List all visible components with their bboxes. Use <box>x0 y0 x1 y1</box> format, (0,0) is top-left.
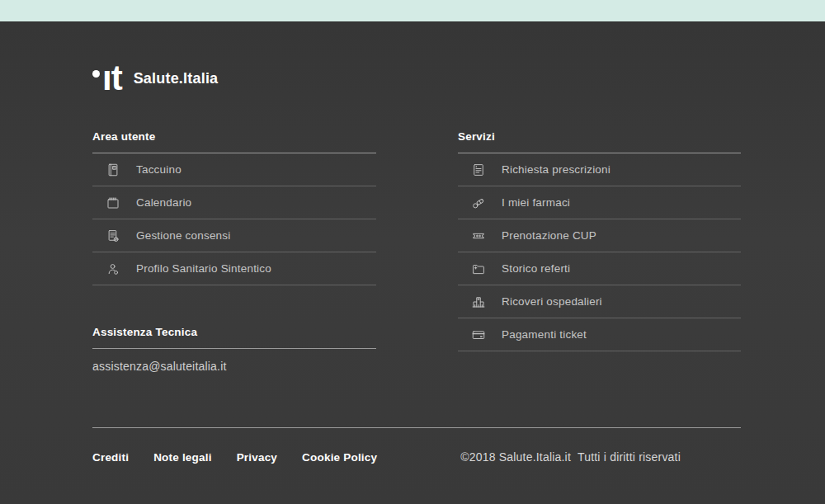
footer-link-label: Calendario <box>136 196 191 209</box>
footer-link-label: Prenotazione CUP <box>502 229 596 242</box>
notebook-icon <box>106 163 120 177</box>
footer-link-label: Storico referti <box>502 262 570 275</box>
copyright-text: ©2018 Salute.Italia.it Tutti i diritti r… <box>460 450 681 464</box>
prescription-document-icon <box>471 163 486 177</box>
legal-links: Crediti Note legali Privacy Cookie Polic… <box>92 451 377 464</box>
area-utente-heading: Area utente <box>92 130 376 143</box>
footer-link-label: Pagamenti ticket <box>502 328 587 341</box>
footer-columns: Area utente Taccuino <box>92 130 741 373</box>
ticket-icon <box>471 228 486 243</box>
logo-it-glyphs: ıt <box>102 64 122 92</box>
hospital-icon <box>471 294 486 309</box>
calendar-icon <box>106 195 120 210</box>
footer-link-ricoveri-ospedalieri[interactable]: Ricoveri ospedalieri <box>458 285 741 318</box>
credit-card-icon <box>471 327 486 342</box>
footer-link-i-miei-farmaci[interactable]: I miei farmaci <box>458 186 741 219</box>
footer-link-label: Profilo Sanitario Sintentico <box>136 262 271 275</box>
footer-link-richiesta-prescrizioni[interactable]: Richiesta prescrizioni <box>458 153 741 186</box>
footer-link-storico-referti[interactable]: Storico referti <box>458 252 741 285</box>
footer-link-pagamenti-ticket[interactable]: Pagamenti ticket <box>458 318 741 351</box>
logo-dot <box>92 70 100 78</box>
it-logo-icon: ıt <box>92 64 122 92</box>
footer-logo[interactable]: ıt Salute.Italia <box>92 62 741 95</box>
footer-link-label: I miei farmaci <box>502 196 570 209</box>
pills-icon <box>471 195 486 210</box>
assistenza-section: Assistenza Tecnica assistenza@saluteital… <box>92 326 376 373</box>
note-legali-link[interactable]: Note legali <box>153 451 211 464</box>
site-footer: ıt Salute.Italia Area utente Taccuino <box>0 22 825 504</box>
footer-link-label: Richiesta prescrizioni <box>502 163 610 176</box>
logo-title: Salute.Italia <box>134 70 219 87</box>
footer-link-label: Gestione consensi <box>136 229 230 242</box>
bottom-bar: Crediti Note legali Privacy Cookie Polic… <box>92 450 741 464</box>
footer-link-taccuino[interactable]: Taccuino <box>92 153 376 186</box>
column-area-utente: Area utente Taccuino <box>92 130 376 373</box>
bottom-divider <box>92 427 741 428</box>
consent-document-icon <box>106 228 120 243</box>
cookie-policy-link[interactable]: Cookie Policy <box>302 451 377 464</box>
footer-link-label: Ricoveri ospedalieri <box>502 295 602 308</box>
footer-link-prenotazione-cup[interactable]: Prenotazione CUP <box>458 219 741 252</box>
profile-icon <box>106 261 120 276</box>
footer-link-profilo-sanitario[interactable]: Profilo Sanitario Sintentico <box>92 252 376 285</box>
footer-link-gestione-consensi[interactable]: Gestione consensi <box>92 219 376 252</box>
servizi-heading: Servizi <box>458 130 741 143</box>
footer-link-calendario[interactable]: Calendario <box>92 186 376 219</box>
footer-link-label: Taccuino <box>136 163 182 176</box>
column-servizi: Servizi Richiesta prescrizioni <box>458 130 741 373</box>
assistenza-heading: Assistenza Tecnica <box>92 326 376 338</box>
assistenza-email[interactable]: assistenza@saluteitalia.it <box>92 349 376 373</box>
folder-icon <box>471 261 486 276</box>
crediti-link[interactable]: Crediti <box>92 451 129 464</box>
top-bar <box>0 0 825 22</box>
privacy-link[interactable]: Privacy <box>237 451 277 464</box>
